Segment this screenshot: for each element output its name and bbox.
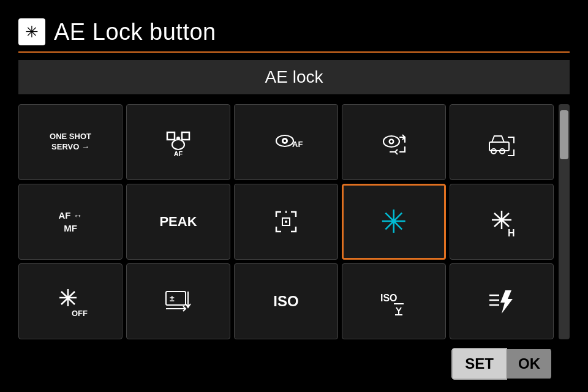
svg-rect-0	[167, 132, 175, 140]
header-title: AE Lock button	[54, 19, 216, 45]
cell-af-mf[interactable]: AF ↔MF	[18, 184, 123, 260]
svg-point-7	[284, 140, 286, 142]
svg-text:AF: AF	[174, 150, 183, 157]
subtitle-bar: AE lock	[18, 60, 570, 94]
svg-text:H: H	[508, 228, 515, 238]
cell-peak[interactable]: PEAK	[126, 184, 230, 260]
header: ✳ AE Lock button	[18, 18, 570, 53]
svg-text:OFF: OFF	[72, 309, 88, 318]
cell-star-h[interactable]: H	[450, 184, 554, 260]
cell-star-off[interactable]: OFF	[18, 263, 123, 339]
ae-lock-icon: ✳	[18, 18, 45, 45]
cell-iso-down[interactable]: ISO	[342, 263, 446, 339]
grid-container: ONE SHOTSERVO → AF	[18, 104, 554, 339]
scrollbar-thumb[interactable]	[560, 110, 568, 159]
cell-iso[interactable]: ISO	[234, 263, 338, 339]
cell-ev-comp-auto[interactable]: ±	[126, 263, 230, 339]
header-star-icon: ✳	[25, 23, 39, 42]
svg-marker-39	[500, 290, 513, 314]
svg-point-16	[285, 221, 287, 223]
cell-caf[interactable]: AF	[234, 104, 338, 180]
set-label[interactable]: SET	[451, 348, 507, 380]
cell-spot[interactable]	[234, 184, 338, 260]
svg-rect-1	[182, 132, 189, 140]
cell-vehicle-af[interactable]	[450, 104, 554, 180]
cell-eye-track[interactable]	[342, 104, 446, 180]
scrollbar[interactable]	[559, 104, 570, 339]
cell-flash-control[interactable]	[450, 263, 554, 339]
subtitle-text: AE lock	[265, 67, 323, 86]
svg-text:ISO: ISO	[380, 293, 398, 303]
ok-label[interactable]: OK	[507, 349, 551, 379]
svg-text:±: ±	[170, 293, 175, 303]
set-ok-button[interactable]: SET OK	[451, 348, 551, 380]
cell-one-shot-servo[interactable]: ONE SHOTSERVO →	[18, 104, 123, 180]
svg-point-3	[172, 140, 184, 149]
svg-text:AF: AF	[292, 140, 303, 149]
cell-face-af[interactable]: AF	[126, 104, 230, 180]
bottom-bar: SET OK	[18, 348, 570, 380]
svg-rect-28	[166, 292, 186, 305]
grid-area: ONE SHOTSERVO → AF	[18, 104, 570, 339]
cell-star-selected[interactable]: ✳	[342, 184, 446, 260]
svg-point-11	[390, 140, 393, 143]
